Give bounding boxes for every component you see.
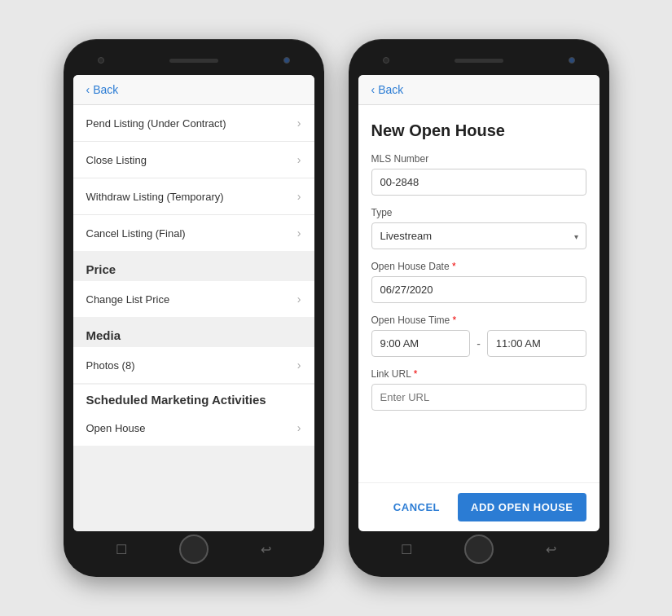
mls-number-label: MLS Number <box>371 153 586 165</box>
pend-listing-label: Pend Listing (Under Contract) <box>86 117 226 130</box>
back-chevron-icon: ‹ <box>86 83 90 96</box>
left-speaker <box>169 59 218 63</box>
type-label: Type <box>371 207 586 218</box>
add-open-house-button[interactable]: ADD OPEN HOUSE <box>458 493 586 521</box>
photos-chevron: › <box>297 359 301 372</box>
date-label: Open House Date * <box>371 261 586 272</box>
withdraw-listing-chevron: › <box>297 190 301 203</box>
cancel-listing-chevron: › <box>297 227 301 240</box>
media-section: Photos (8) › <box>73 347 314 383</box>
media-section-header: Media <box>73 319 314 347</box>
left-screen: ‹ Back Pend Listing (Under Contract) › C… <box>73 75 314 531</box>
time-end-input[interactable] <box>487 330 586 357</box>
open-house-label: Open House <box>86 422 146 434</box>
right-phone-top-bar <box>358 49 600 72</box>
right-screen: ‹ Back New Open House MLS Number Type <box>358 75 600 531</box>
withdraw-listing-item[interactable]: Withdraw Listing (Temporary) › <box>73 178 314 215</box>
listing-section: Pend Listing (Under Contract) › Close Li… <box>73 105 314 251</box>
close-listing-label: Close Listing <box>86 154 147 166</box>
link-group: Link URL * <box>371 368 586 411</box>
close-listing-item[interactable]: Close Listing › <box>73 142 314 178</box>
mls-number-input[interactable] <box>371 169 586 196</box>
type-group: Type Livestream In-Person Virtual ▾ <box>371 207 586 249</box>
left-phone-top-bar <box>73 49 314 72</box>
type-select[interactable]: Livestream In-Person Virtual <box>371 222 586 249</box>
link-input[interactable] <box>371 384 586 411</box>
time-group: Open House Time * - <box>371 315 586 357</box>
right-screen-header: ‹ Back <box>358 75 600 105</box>
time-label: Open House Time * <box>371 315 586 326</box>
date-input[interactable] <box>371 276 586 303</box>
time-separator: - <box>477 337 481 350</box>
change-list-price-chevron: › <box>297 293 301 306</box>
modal-actions: CANCEL ADD OPEN HOUSE <box>358 482 600 531</box>
type-select-wrapper: Livestream In-Person Virtual ▾ <box>371 222 586 249</box>
link-required-star: * <box>411 368 417 380</box>
right-nav-square-icon[interactable]: ☐ <box>401 542 412 557</box>
back-label: Back <box>93 83 118 96</box>
right-back-button[interactable]: ‹ Back <box>371 83 586 96</box>
cancel-listing-label: Cancel Listing (Final) <box>86 227 186 240</box>
right-back-chevron-icon: ‹ <box>371 83 376 96</box>
time-required-star: * <box>450 315 456 326</box>
modal-card: New Open House MLS Number Type Livestrea… <box>358 105 600 482</box>
home-button[interactable] <box>179 535 209 564</box>
open-house-item[interactable]: Open House › <box>73 410 314 446</box>
time-start-input[interactable] <box>371 330 471 357</box>
withdraw-listing-label: Withdraw Listing (Temporary) <box>86 191 224 203</box>
scheduled-title: Scheduled Marketing Activities <box>73 385 314 410</box>
date-group: Open House Date * <box>371 261 586 303</box>
modal-title: New Open House <box>371 121 586 140</box>
modal-overlay: New Open House MLS Number Type Livestrea… <box>358 105 600 531</box>
scheduled-section: Scheduled Marketing Activities Open Hous… <box>73 385 314 446</box>
right-left-camera-icon <box>383 57 389 64</box>
mls-number-group: MLS Number <box>371 153 586 196</box>
left-screen-header: ‹ Back <box>73 75 314 105</box>
right-right-camera-icon <box>569 57 575 64</box>
cancel-listing-item[interactable]: Cancel Listing (Final) › <box>73 215 314 251</box>
close-listing-chevron: › <box>297 153 301 166</box>
time-row: - <box>371 330 586 357</box>
date-required-star: * <box>450 261 456 272</box>
price-section-header: Price <box>73 253 314 281</box>
right-bottom-bar: ☐ ↩ <box>358 531 600 567</box>
photos-label: Photos (8) <box>86 359 135 372</box>
left-back-button[interactable]: ‹ Back <box>86 83 301 96</box>
left-phone: ‹ Back Pend Listing (Under Contract) › C… <box>64 39 324 577</box>
change-list-price-label: Change List Price <box>86 293 170 306</box>
photos-item[interactable]: Photos (8) › <box>73 347 314 383</box>
left-screen-content: Pend Listing (Under Contract) › Close Li… <box>73 105 314 531</box>
pend-listing-chevron: › <box>297 117 301 130</box>
left-camera-icon <box>98 57 104 64</box>
change-list-price-item[interactable]: Change List Price › <box>73 281 314 317</box>
open-house-chevron: › <box>297 421 301 434</box>
nav-square-icon[interactable]: ☐ <box>116 542 127 557</box>
pend-listing-item[interactable]: Pend Listing (Under Contract) › <box>73 105 314 142</box>
link-label: Link URL * <box>371 368 586 380</box>
right-home-button[interactable] <box>464 535 494 564</box>
nav-back-icon[interactable]: ↩ <box>261 542 271 557</box>
right-phone: ‹ Back New Open House MLS Number Type <box>349 39 609 577</box>
price-section: Change List Price › <box>73 281 314 317</box>
right-camera-icon <box>283 57 290 64</box>
right-speaker <box>455 59 503 63</box>
right-back-label: Back <box>378 83 403 96</box>
left-bottom-bar: ☐ ↩ <box>73 531 314 567</box>
right-nav-back-icon[interactable]: ↩ <box>546 542 556 557</box>
cancel-button[interactable]: CANCEL <box>384 495 450 520</box>
